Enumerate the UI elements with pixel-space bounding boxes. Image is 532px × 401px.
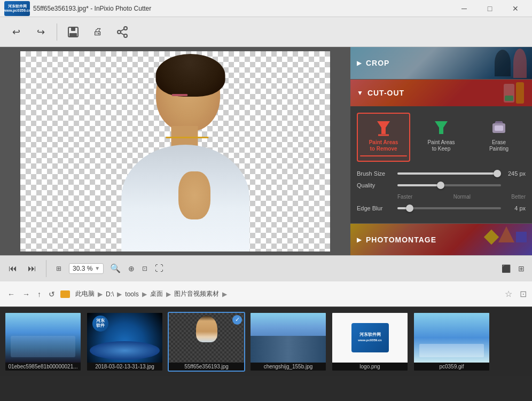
svg-rect-1 — [71, 27, 75, 31]
film-thumb-6 — [414, 313, 489, 363]
quality-track[interactable] — [397, 184, 501, 186]
paint-remove-underline — [360, 155, 407, 156]
crop-header-content: ▶ CROP — [357, 59, 389, 67]
svg-point-3 — [124, 27, 127, 30]
film-thumb-5: 河东软件网www.pc0359.cn — [332, 313, 408, 363]
zoom-out-button[interactable]: 🔍 — [108, 262, 123, 274]
paint-keep-icon — [432, 118, 451, 137]
breadcrumb-sep-5: ▶ — [222, 290, 227, 298]
brush-size-thumb[interactable] — [494, 170, 501, 177]
edge-blur-row: Edge Blur 4 px — [357, 205, 526, 211]
image-canvas — [20, 51, 330, 251]
close-button[interactable]: ✕ — [503, 0, 528, 17]
right-zoom-tools: ⬛ ⊞ — [499, 263, 527, 274]
svg-marker-8 — [377, 121, 390, 134]
compare-button[interactable]: ⬛ — [499, 263, 513, 274]
quality-normal-label: Normal — [453, 194, 471, 200]
zoom-toolbar: ⏮ ⏭ ⊞ 30.3 % ▼ 🔍 ⊕ ⊡ ⛶ ⬛ ⊞ — [0, 255, 532, 281]
refresh-button[interactable]: ↺ — [46, 288, 57, 301]
zoom-dropdown-icon[interactable]: ▼ — [95, 265, 100, 271]
redo-button[interactable]: ↪ — [30, 21, 51, 43]
breadcrumb-computer[interactable]: 此电脑 — [75, 289, 95, 298]
grid-view-button[interactable]: ⊞ — [53, 263, 65, 274]
photomontage-title: PHOTOMONTAGE — [366, 235, 436, 244]
quality-thumb[interactable] — [437, 182, 444, 189]
back-button[interactable]: ← — [5, 288, 17, 301]
breadcrumb-media[interactable]: 图片音视频素材 — [174, 289, 219, 298]
zoom-display[interactable]: 30.3 % ▼ — [69, 263, 104, 274]
paint-remove-icon — [374, 118, 393, 137]
crop-section: ▶ CROP — [350, 47, 532, 80]
print-button[interactable]: 🖨 — [87, 21, 108, 43]
quality-better-label: Better — [511, 194, 526, 200]
window-controls: ─ □ ✕ — [452, 0, 528, 17]
cutout-header[interactable]: ▼ CUT-OUT — [350, 80, 532, 106]
breadcrumb-desktop[interactable]: 桌面 — [150, 289, 163, 298]
tool-buttons-row: Paint Areasto Remove Paint Areasto Keep — [357, 113, 526, 162]
film-label-4: chengshijg_155b.jpg — [251, 363, 326, 371]
brush-size-track[interactable] — [397, 172, 501, 175]
right-panel: ▶ CROP ▼ CUT-OUT — [350, 47, 532, 255]
undo-button[interactable]: ↩ — [5, 21, 27, 43]
canvas-area[interactable] — [0, 47, 350, 255]
quality-labels: Faster Normal Better — [357, 194, 526, 205]
svg-marker-13 — [495, 121, 503, 123]
cutout-title: CUT-OUT — [367, 89, 404, 97]
zoom-in-button[interactable]: ⊕ — [126, 263, 137, 274]
film-item-5[interactable]: 河东软件网www.pc0359.cn logo.png — [331, 312, 409, 372]
erase-painting-button[interactable]: ErasePainting — [472, 113, 526, 162]
svg-line-7 — [121, 29, 124, 31]
fullscreen-button[interactable]: ⛶ — [153, 263, 166, 274]
film-label-2: 2018-03-02-13-31-13.jpg — [87, 363, 162, 371]
favorites-button[interactable]: ☆ — [505, 289, 512, 299]
film-label-1: 01ebec5985e81b00000021... — [5, 363, 81, 371]
portrait-hand — [178, 171, 210, 219]
film-label-3: 55ff65e356193.jpg — [169, 363, 244, 371]
film-item-6[interactable]: pc0359.gif — [413, 312, 490, 372]
film-label-5: logo.png — [332, 363, 408, 371]
photomontage-header[interactable]: ▶ PHOTOMONTAGE — [350, 224, 532, 255]
edge-blur-thumb[interactable] — [406, 205, 413, 212]
crop-header[interactable]: ▶ CROP — [350, 47, 532, 79]
svg-point-4 — [118, 30, 121, 34]
photomontage-header-content: ▶ PHOTOMONTAGE — [357, 235, 436, 244]
quality-fill — [397, 184, 439, 186]
share-button[interactable] — [112, 21, 133, 43]
canvas-image — [20, 51, 330, 251]
film-item-4[interactable]: chengshijg_155b.jpg — [249, 312, 327, 372]
paint-remove-button[interactable]: Paint Areasto Remove — [357, 113, 410, 162]
brush-size-fill — [397, 172, 496, 175]
up-button[interactable]: ↑ — [35, 288, 43, 301]
film-item-3[interactable]: ✓ 55ff65e356193.jpg — [168, 312, 245, 372]
quality-faster-label: Faster — [397, 194, 412, 200]
cutout-tools-panel: Paint Areasto Remove Paint Areasto Keep — [350, 106, 532, 223]
quality-row: Quality — [357, 182, 526, 188]
minimize-button[interactable]: ─ — [452, 0, 476, 17]
save-button[interactable] — [62, 21, 84, 43]
portrait-necklace — [166, 137, 208, 138]
maximize-button[interactable]: □ — [478, 0, 502, 17]
fit-button[interactable]: ⊡ — [140, 264, 150, 273]
filmstrip: 01ebec5985e81b00000021... 河东软件 2018-03-0… — [0, 306, 532, 376]
photomontage-section: ▶ PHOTOMONTAGE — [350, 224, 532, 255]
window-title: 55ff65e356193.jpg* - InPixio Photo Cutte… — [33, 5, 151, 12]
breadcrumb-tools[interactable]: tools — [125, 290, 138, 298]
title-bar-left: 河东软件网www.pc0359.cn 55ff65e356193.jpg* - … — [4, 1, 151, 16]
film-item-1[interactable]: 01ebec5985e81b00000021... — [4, 312, 82, 372]
first-image-button[interactable]: ⏮ — [5, 262, 20, 276]
breadcrumb-drive[interactable]: D:\ — [106, 290, 114, 298]
film-item-2[interactable]: 河东软件 2018-03-02-13-31-13.jpg — [86, 312, 163, 372]
main-toolbar: ↩ ↪ 🖨 — [0, 17, 532, 47]
prev-image-button[interactable]: ⏭ — [25, 262, 40, 276]
edge-blur-track[interactable] — [397, 207, 501, 209]
film-thumb-2: 河东软件 — [87, 313, 162, 363]
breadcrumb-sep-1: ▶ — [98, 290, 103, 298]
breadcrumb-sep-2: ▶ — [117, 290, 122, 298]
expand-button[interactable]: ⊡ — [520, 289, 527, 299]
paint-keep-label: Paint Areasto Keep — [427, 139, 455, 152]
paint-keep-button[interactable]: Paint Areasto Keep — [414, 113, 468, 162]
edge-blur-value: 4 px — [505, 205, 526, 211]
split-button[interactable]: ⊞ — [516, 263, 527, 274]
zoom-sep-1 — [46, 260, 46, 277]
forward-button[interactable]: → — [20, 288, 32, 301]
